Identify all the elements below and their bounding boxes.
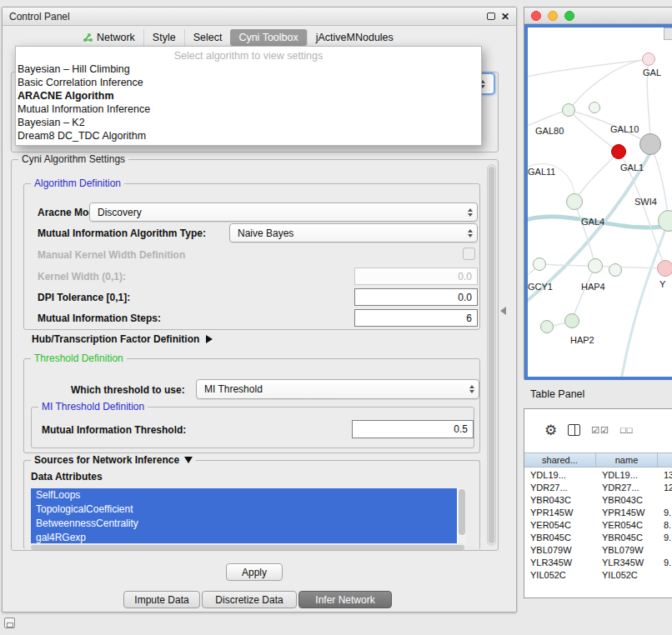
network-window-titlebar: [524, 8, 672, 24]
which-threshold-label: Which threshold to use:: [71, 384, 185, 396]
table-row[interactable]: YDR27... YDR27... 12...: [524, 481, 672, 493]
attributes-scrollbar[interactable]: [458, 488, 466, 543]
algorithm-placeholder[interactable]: Select algorithm to view settings: [16, 49, 481, 62]
settings-scrollbar-thumb[interactable]: [489, 167, 494, 543]
tab-infer-network[interactable]: Infer Network: [298, 591, 392, 608]
combo-arrows-icon: [468, 208, 473, 217]
node-label: HAP4: [581, 282, 605, 292]
network-node[interactable]: [642, 52, 655, 66]
gear-icon[interactable]: ⚙: [544, 422, 557, 439]
cell: YPR145W: [524, 508, 596, 518]
minimized-panel-icon[interactable]: [4, 618, 15, 628]
which-threshold-select[interactable]: MI Threshold: [196, 379, 479, 399]
attributes-hscrollbar[interactable]: [31, 545, 464, 550]
network-canvas[interactable]: GAL GAL80 GAL10 GAL11 GAL1 SWI4 GAL4 GCY…: [524, 24, 672, 380]
tab-impute-data[interactable]: Impute Data: [123, 591, 200, 608]
tab-discretize-data-label: Discretize Data: [215, 594, 283, 606]
apply-button[interactable]: Apply: [226, 563, 283, 581]
network-scrollbar-corner[interactable]: [664, 28, 672, 40]
network-node-selected-red[interactable]: [611, 144, 626, 159]
select-all-icon[interactable]: ☑☑: [591, 425, 609, 436]
float-window-icon[interactable]: [487, 12, 495, 20]
attributes-scrollbar-thumb[interactable]: [459, 489, 465, 535]
network-node-pink[interactable]: [657, 260, 672, 277]
algorithm-option-selected[interactable]: ARACNE Algorithm: [16, 89, 481, 102]
apply-button-label: Apply: [242, 567, 267, 578]
kernel-width-field[interactable]: 0.0: [354, 268, 478, 285]
node-label: GAL1: [620, 162, 644, 172]
algorithm-option[interactable]: Bayesian – K2: [16, 116, 481, 129]
algorithm-option[interactable]: Bayesian – Hill Climbing: [16, 62, 481, 76]
dpi-tolerance-field[interactable]: 0.0: [354, 288, 478, 306]
sources-legend-label: Sources for Network Inference: [34, 454, 179, 466]
column-header-name[interactable]: name: [596, 453, 658, 467]
settings-scrollbar[interactable]: [487, 164, 496, 546]
deselect-all-icon[interactable]: □□: [620, 425, 633, 435]
list-item[interactable]: TopologicalCoefficient: [31, 502, 457, 517]
data-attributes-list[interactable]: SelfLoops TopologicalCoefficient Between…: [31, 488, 466, 543]
tab-discretize-data[interactable]: Discretize Data: [202, 591, 297, 608]
list-item[interactable]: gal4RGexp: [31, 531, 457, 543]
network-node[interactable]: [589, 102, 600, 113]
table-row[interactable]: YIL052C YIL052C: [524, 568, 672, 581]
close-icon[interactable]: ✕: [501, 12, 509, 21]
network-node-gray[interactable]: [639, 133, 661, 155]
table-row[interactable]: YBL079W YBL079W: [524, 543, 672, 556]
table-panel-title: Table Panel: [530, 388, 584, 400]
tab-jactivemnodules[interactable]: jActiveMNodules: [307, 29, 402, 46]
table-row[interactable]: YBR045C YBR045C 9.: [524, 531, 672, 543]
table-row[interactable]: YPR145W YPR145W 9.: [524, 506, 672, 518]
sources-legend-row[interactable]: Sources for Network Inference: [31, 454, 196, 466]
node-label: GAL10: [610, 124, 639, 134]
column-header-shared[interactable]: shared...: [524, 453, 596, 467]
tab-select[interactable]: Select: [184, 29, 231, 46]
mi-threshold-field[interactable]: 0.5: [352, 420, 474, 438]
network-node[interactable]: [588, 258, 603, 273]
cell: YPR145W: [596, 508, 658, 518]
mi-steps-field[interactable]: 6: [354, 309, 478, 327]
cell: YER054C: [596, 520, 658, 530]
minimize-traffic-light[interactable]: [548, 11, 558, 21]
list-item[interactable]: BetweennessCentrality: [31, 517, 457, 531]
mi-type-select[interactable]: Naive Bayes: [229, 223, 478, 242]
table-row[interactable]: YDL19... YDL19... 13...: [524, 468, 672, 481]
hub-definition-expander[interactable]: Hub/Transcription Factor Definition: [32, 333, 213, 345]
cell: 9.: [658, 558, 672, 568]
network-node[interactable]: [609, 263, 622, 277]
node-label: Y: [659, 279, 665, 289]
columns-icon[interactable]: [568, 424, 580, 436]
hub-definition-label: Hub/Transcription Factor Definition: [32, 333, 199, 345]
network-node[interactable]: [566, 193, 583, 210]
sources-group: Sources for Network Inference Data Attri…: [23, 460, 480, 549]
panel-collapse-arrow[interactable]: [500, 307, 506, 315]
table-row[interactable]: YLR345W YLR345W 9.: [524, 556, 672, 568]
tab-style[interactable]: Style: [143, 29, 184, 46]
node-label: GAL80: [535, 126, 564, 136]
cell: 13...: [658, 470, 672, 480]
tab-network[interactable]: Network: [74, 29, 143, 46]
network-node[interactable]: [562, 103, 575, 117]
cell: 9.: [658, 508, 672, 518]
algorithm-option[interactable]: Dream8 DC_TDC Algorithm: [16, 129, 481, 142]
aracne-mode-select[interactable]: Discovery: [89, 202, 478, 222]
manual-kernel-checkbox[interactable]: [463, 248, 475, 260]
table-row[interactable]: YER054C YER054C 8.: [524, 518, 672, 531]
column-header-extra[interactable]: [658, 453, 672, 467]
table-row[interactable]: YBR043C YBR043C: [524, 493, 672, 506]
tab-select-label: Select: [193, 32, 223, 43]
mi-steps-value: 6: [466, 312, 472, 324]
control-panel-title: Control Panel: [9, 11, 70, 22]
network-node[interactable]: [564, 313, 579, 328]
list-item[interactable]: SelfLoops: [31, 488, 457, 502]
close-traffic-light[interactable]: [531, 11, 541, 21]
zoom-traffic-light[interactable]: [564, 11, 574, 21]
cell: 9.: [658, 532, 672, 542]
network-node[interactable]: [533, 258, 546, 271]
algorithm-option[interactable]: Basic Correlation Inference: [16, 76, 481, 89]
network-node[interactable]: [540, 320, 554, 333]
cell: YBL079W: [524, 545, 596, 555]
tab-impute-data-label: Impute Data: [134, 594, 188, 606]
tab-cyni-toolbox[interactable]: Cyni Toolbox: [230, 29, 306, 46]
mi-threshold-definition-legend: MI Threshold Definition: [38, 401, 148, 412]
algorithm-option[interactable]: Mutual Information Inference: [16, 102, 481, 116]
